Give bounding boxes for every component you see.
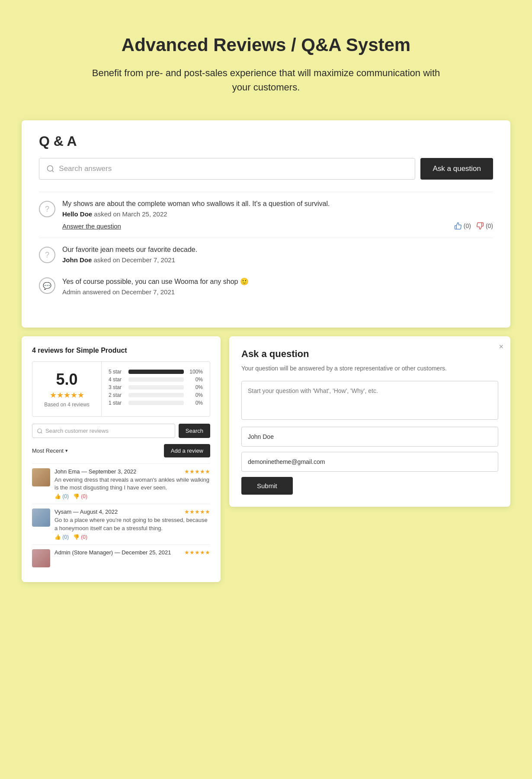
- answer-meta: Admin answered on December 7, 2021: [62, 288, 493, 296]
- ask-question-button[interactable]: Ask a question: [420, 158, 493, 180]
- review-search-row: Search: [32, 424, 210, 438]
- review-search-button[interactable]: Search: [179, 424, 210, 438]
- review-stars: ★★★★★: [184, 509, 210, 515]
- answer-item: 💬 Yes of course possible, you can use Wo…: [39, 271, 493, 302]
- svg-line-3: [41, 432, 42, 433]
- svg-point-0: [47, 166, 53, 171]
- star-bar-row: 5 star 100%: [109, 369, 203, 375]
- star-label: 4 star: [109, 377, 125, 383]
- qa-actions-1: Answer the question (0) (0): [62, 222, 493, 230]
- review-thumbs-down[interactable]: 👎 (0): [73, 493, 87, 499]
- rating-bars: 5 star 100% 4 star 0% 3 star 0% 2 star 0…: [102, 362, 210, 416]
- submit-button[interactable]: Submit: [241, 477, 293, 495]
- review-stars: ★★★★★: [184, 468, 210, 475]
- rating-left: 5.0 ★★★★★ Based on 4 reviews: [32, 362, 102, 416]
- star-pct: 0%: [187, 384, 203, 390]
- star-bar-row: 3 star 0%: [109, 384, 203, 390]
- close-button[interactable]: ×: [499, 342, 503, 351]
- rating-summary: 5.0 ★★★★★ Based on 4 reviews 5 star 100%…: [32, 361, 210, 417]
- rating-stars: ★★★★★: [50, 390, 84, 400]
- review-text: An evening dress that reveals a woman's …: [54, 476, 210, 492]
- qa-title: Q & A: [39, 133, 493, 149]
- review-items-container: John Ema — September 3, 2022 ★★★★★ An ev…: [32, 464, 210, 572]
- review-search-input[interactable]: [45, 424, 170, 438]
- star-bar-bg: [128, 377, 184, 382]
- review-author-row: John Ema — September 3, 2022 ★★★★★: [54, 468, 210, 475]
- star-bar-row: 2 star 0%: [109, 392, 203, 398]
- star-bar-row: 1 star 0%: [109, 400, 203, 406]
- star-label: 3 star: [109, 384, 125, 390]
- add-review-button[interactable]: Add a review: [164, 444, 210, 457]
- answer-link-1[interactable]: Answer the question: [62, 222, 121, 230]
- review-body: Admin (Store Manager) — December 25, 202…: [54, 549, 210, 567]
- sort-label: Most Recent: [32, 447, 64, 454]
- star-bar-row: 4 star 0%: [109, 377, 203, 383]
- search-icon: [46, 164, 54, 173]
- ask-email-input[interactable]: [241, 452, 498, 472]
- thumbs-down-icon: [476, 222, 484, 230]
- review-avatar: [32, 509, 50, 527]
- star-bar-fill: [128, 370, 184, 374]
- qa-date-1: asked on March 25, 2022: [94, 210, 167, 218]
- star-bar-bg: [128, 401, 184, 405]
- reviews-title: 4 reviews for Simple Product: [32, 347, 210, 354]
- thumbs-down-count-1: (0): [486, 222, 493, 229]
- review-votes: 👍 (0) 👎 (0): [54, 534, 210, 540]
- review-thumbs-up[interactable]: 👍 (0): [54, 493, 69, 499]
- qa-meta-2: John Doe asked on December 7, 2021: [62, 256, 493, 264]
- star-label: 2 star: [109, 392, 125, 398]
- review-author: Admin (Store Manager) — December 25, 202…: [54, 549, 171, 556]
- qa-text-2: Our favorite jean meets our favorite dec…: [62, 246, 493, 254]
- sort-select[interactable]: Most Recent ▾: [32, 447, 68, 454]
- qa-meta-1: Hello Doe asked on March 25, 2022: [62, 210, 493, 218]
- thumbs-down-button-1[interactable]: (0): [476, 222, 493, 230]
- review-thumbs-down[interactable]: 👎 (0): [73, 534, 87, 540]
- qa-item-2: ? Our favorite jean meets our favorite d…: [39, 238, 493, 271]
- qa-item-1: ? My shows are about the complete woman …: [39, 192, 493, 238]
- review-thumbs-up[interactable]: 👍 (0): [54, 534, 69, 540]
- hero-section: Advanced Reviews / Q&A System Benefit fr…: [0, 0, 532, 120]
- star-bar-bg: [128, 370, 184, 374]
- qa-author-1: Hello Doe: [62, 210, 92, 218]
- star-pct: 0%: [187, 377, 203, 383]
- qa-widget: Q & A Ask a question ? My shows are abou…: [22, 120, 510, 328]
- review-votes: 👍 (0) 👎 (0): [54, 493, 210, 499]
- ask-name-input[interactable]: [241, 427, 498, 447]
- reviews-panel: 4 reviews for Simple Product 5.0 ★★★★★ B…: [22, 336, 221, 582]
- ask-panel-subtitle: Your question will be answered by a stor…: [241, 364, 498, 373]
- qa-section: Q & A Ask a question ? My shows are abou…: [39, 133, 493, 302]
- star-bar-bg: [128, 393, 184, 397]
- search-input[interactable]: [59, 158, 408, 179]
- rating-based: Based on 4 reviews: [44, 402, 90, 408]
- review-avatar: [32, 549, 50, 567]
- star-pct: 100%: [187, 369, 203, 375]
- search-icon-small: [37, 428, 43, 434]
- bottom-panels: 4 reviews for Simple Product 5.0 ★★★★★ B…: [22, 336, 510, 582]
- star-pct: 0%: [187, 400, 203, 406]
- review-item: Vysam — August 4, 2022 ★★★★★ Go to a pla…: [32, 504, 210, 544]
- hero-subtitle: Benefit from pre- and post-sales experie…: [87, 66, 445, 94]
- thumbs-up-button-1[interactable]: (0): [454, 222, 471, 230]
- qa-text-1: My shows are about the complete woman wh…: [62, 200, 493, 208]
- review-body: Vysam — August 4, 2022 ★★★★★ Go to a pla…: [54, 509, 210, 540]
- review-text: Go to a place where you're not going to …: [54, 516, 210, 532]
- sort-row: Most Recent ▾ Add a review: [32, 444, 210, 457]
- qa-search-row: Ask a question: [39, 158, 493, 180]
- qa-date-2: asked on December 7, 2021: [94, 256, 175, 264]
- review-avatar: [32, 468, 50, 486]
- review-stars: ★★★★★: [184, 549, 210, 556]
- review-author: John Ema — September 3, 2022: [54, 468, 136, 475]
- question-icon-2: ?: [39, 247, 55, 263]
- svg-line-1: [52, 171, 53, 172]
- qa-content-1: My shows are about the complete woman wh…: [62, 200, 493, 230]
- ask-modal-panel: × Ask a question Your question will be a…: [229, 336, 510, 507]
- answer-content: Yes of course possible, you can use Woom…: [62, 277, 493, 296]
- question-icon-1: ?: [39, 201, 55, 217]
- ask-question-textarea[interactable]: [241, 381, 498, 420]
- vote-buttons-1: (0) (0): [454, 222, 493, 230]
- review-body: John Ema — September 3, 2022 ★★★★★ An ev…: [54, 468, 210, 499]
- review-item: John Ema — September 3, 2022 ★★★★★ An ev…: [32, 464, 210, 504]
- star-label: 1 star: [109, 400, 125, 406]
- answer-text: Yes of course possible, you can use Woom…: [62, 277, 493, 286]
- chevron-down-icon: ▾: [65, 448, 68, 454]
